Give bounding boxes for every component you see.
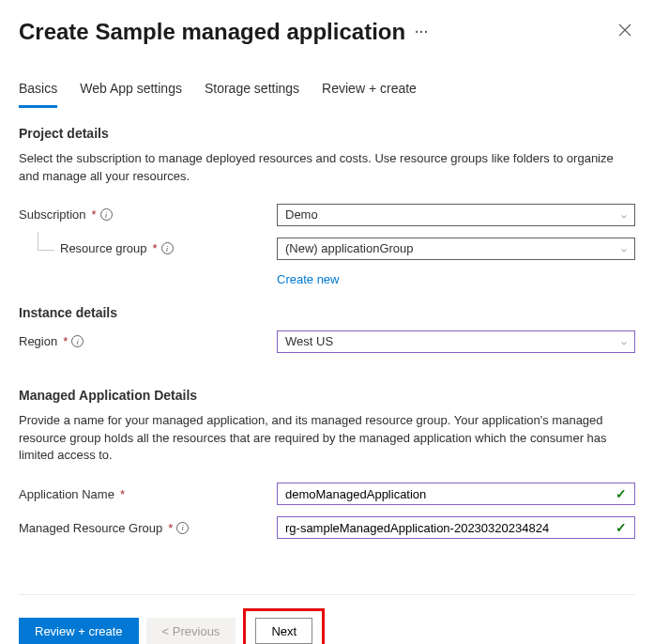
review-create-button[interactable]: Review + create [19, 618, 139, 644]
close-button[interactable] [615, 20, 635, 44]
required-indicator: * [120, 487, 125, 501]
application-name-input[interactable]: ✓ [277, 483, 635, 505]
previous-button: < Previous [146, 618, 236, 644]
region-select[interactable]: West US ⌵ [277, 330, 635, 353]
indent-line [38, 232, 54, 251]
next-button[interactable]: Next [255, 618, 312, 644]
next-button-highlight: Next [243, 608, 325, 644]
create-new-link[interactable]: Create new [277, 272, 339, 286]
chevron-down-icon: ⌵ [621, 243, 627, 253]
tabs: Basics Web App settings Storage settings… [19, 73, 635, 109]
managed-resource-group-label: Managed Resource Group * i [19, 521, 277, 535]
required-indicator: * [153, 241, 158, 255]
info-icon[interactable]: i [176, 522, 189, 534]
required-indicator: * [63, 334, 68, 348]
tab-basics[interactable]: Basics [19, 73, 57, 108]
region-label: Region * i [19, 334, 277, 348]
info-icon[interactable]: i [71, 335, 84, 347]
page-title: Create Sample managed application [19, 19, 405, 45]
footer: Review + create < Previous Next [19, 594, 635, 644]
instance-details-heading: Instance details [19, 305, 635, 320]
more-icon[interactable]: ··· [415, 24, 429, 39]
close-icon [618, 23, 631, 37]
project-details-heading: Project details [19, 126, 635, 141]
required-indicator: * [92, 207, 97, 222]
tab-storage-settings[interactable]: Storage settings [205, 73, 299, 108]
managed-resource-group-input[interactable]: ✓ [277, 516, 635, 539]
info-icon[interactable]: i [161, 242, 174, 254]
tab-web-app-settings[interactable]: Web App settings [80, 73, 182, 108]
required-indicator: * [168, 521, 173, 535]
check-icon: ✓ [616, 486, 627, 501]
application-name-label: Application Name * [19, 487, 277, 501]
resource-group-select[interactable]: (New) applicationGroup ⌵ [277, 238, 635, 260]
chevron-down-icon: ⌵ [621, 209, 627, 220]
tab-review-create[interactable]: Review + create [322, 73, 417, 108]
subscription-select[interactable]: Demo ⌵ [277, 204, 635, 226]
chevron-down-icon: ⌵ [621, 336, 627, 346]
resource-group-label: Resource group * i [19, 241, 277, 255]
managed-app-details-heading: Managed Application Details [19, 388, 635, 403]
info-icon[interactable]: i [100, 208, 113, 221]
check-icon: ✓ [616, 520, 627, 535]
project-details-description: Select the subscription to manage deploy… [19, 150, 635, 186]
subscription-label: Subscription * i [19, 207, 277, 222]
managed-app-details-description: Provide a name for your managed applicat… [19, 412, 635, 466]
